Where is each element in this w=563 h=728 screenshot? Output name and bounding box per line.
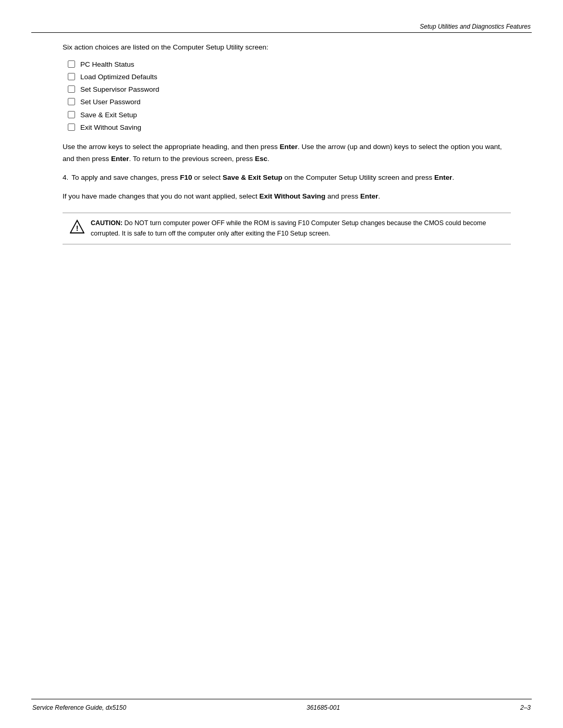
list-item-label: Set User Password bbox=[80, 96, 141, 108]
bullet-icon bbox=[68, 124, 75, 131]
footer-left: Service Reference Guide, dx5150 bbox=[32, 704, 126, 711]
intro-paragraph: Six action choices are listed on the Com… bbox=[63, 42, 511, 53]
enter-key-2: Enter bbox=[111, 155, 129, 163]
intro-text: Six action choices are listed on the Com… bbox=[63, 43, 268, 51]
bullet-icon bbox=[68, 111, 75, 118]
item-text: To apply and save changes, press F10 or … bbox=[71, 172, 454, 183]
main-content: Six action choices are listed on the Com… bbox=[63, 42, 511, 244]
body-text-before-enter1: Use the arrow keys to select the appropr… bbox=[63, 143, 280, 151]
list-item: Set Supervisor Password bbox=[68, 83, 511, 96]
save-exit-option: Save & Exit Setup bbox=[223, 174, 283, 181]
esc-key: Esc bbox=[255, 155, 267, 163]
page-header-title: Setup Utilities and Diagnostics Features bbox=[420, 23, 531, 30]
caution-triangle-icon: ! bbox=[70, 219, 84, 234]
body-text-after-enter2: . To return to the previous screen, pres… bbox=[129, 155, 255, 163]
top-rule bbox=[31, 32, 532, 33]
bullet-icon bbox=[68, 73, 75, 80]
list-item: Load Optimized Defaults bbox=[68, 71, 511, 83]
list-item-label: Set Supervisor Password bbox=[80, 83, 160, 96]
footer-rule bbox=[31, 699, 532, 699]
if-text-end: . bbox=[378, 192, 380, 200]
footer-center: 361685-001 bbox=[307, 704, 340, 711]
item-number: 4. bbox=[63, 172, 68, 183]
list-item-label: Save & Exit Setup bbox=[80, 109, 137, 121]
action-list: PC Health Status Load Optimized Defaults… bbox=[68, 58, 511, 134]
arrow-keys-paragraph: Use the arrow keys to select the appropr… bbox=[63, 141, 511, 165]
bullet-icon bbox=[68, 60, 75, 68]
bullet-icon bbox=[68, 98, 75, 105]
list-item: Exit Without Saving bbox=[68, 121, 511, 134]
if-paragraph: If you have made changes that you do not… bbox=[63, 191, 511, 202]
enter-key-1: Enter bbox=[280, 143, 298, 151]
list-item: Set User Password bbox=[68, 96, 511, 108]
caution-box: ! CAUTION: Do NOT turn computer power OF… bbox=[63, 213, 511, 244]
caution-text: CAUTION: Do NOT turn computer power OFF … bbox=[91, 218, 504, 239]
caution-body: Do NOT turn computer power OFF while the… bbox=[91, 219, 486, 237]
numbered-item-4: 4. To apply and save changes, press F10 … bbox=[63, 172, 511, 183]
list-item: PC Health Status bbox=[68, 58, 511, 71]
footer-right: 2–3 bbox=[520, 704, 531, 711]
if-text-middle: and press bbox=[325, 192, 360, 200]
f10-key: F10 bbox=[180, 174, 192, 181]
enter-key-3: Enter bbox=[434, 174, 452, 181]
body-text-end: . bbox=[267, 155, 270, 163]
list-item-label: PC Health Status bbox=[80, 58, 134, 71]
page: Setup Utilities and Diagnostics Features… bbox=[0, 0, 563, 728]
page-footer: Service Reference Guide, dx5150 361685-0… bbox=[32, 704, 531, 711]
exit-without-saving-option: Exit Without Saving bbox=[260, 192, 326, 200]
list-item-label: Load Optimized Defaults bbox=[80, 71, 157, 83]
bullet-icon bbox=[68, 85, 75, 93]
enter-key-4: Enter bbox=[360, 192, 378, 200]
svg-text:!: ! bbox=[76, 224, 79, 232]
if-text-before: If you have made changes that you do not… bbox=[63, 192, 260, 200]
list-item: Save & Exit Setup bbox=[68, 109, 511, 121]
caution-label: CAUTION: bbox=[91, 219, 123, 227]
list-item-label: Exit Without Saving bbox=[80, 121, 141, 134]
